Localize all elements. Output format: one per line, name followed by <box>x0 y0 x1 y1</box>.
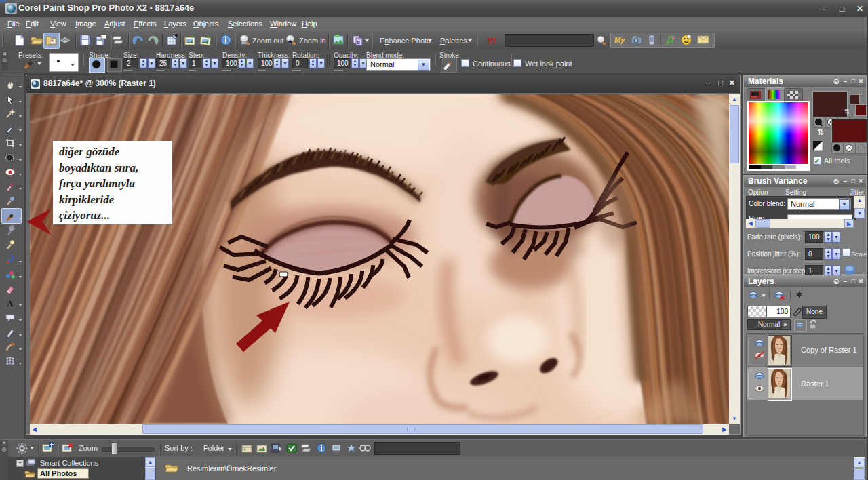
svg-text:b: b <box>357 39 360 45</box>
svg-text:A: A <box>7 298 14 308</box>
